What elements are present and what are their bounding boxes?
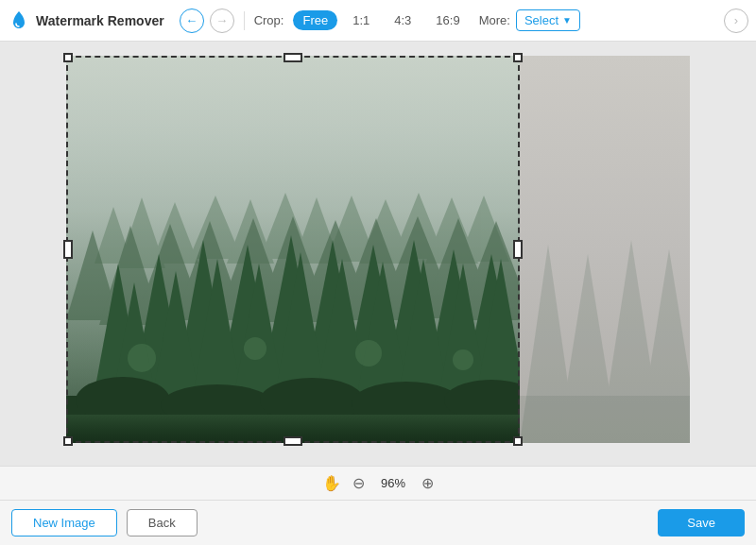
forward-arrow-icon: ›: [734, 13, 738, 27]
svg-rect-51: [66, 415, 520, 443]
app-title: Watermark Remover: [36, 13, 164, 28]
svg-point-54: [355, 340, 382, 366]
svg-point-53: [244, 337, 266, 360]
footer: New Image Back Save: [0, 500, 756, 545]
hand-tool-icon[interactable]: ✋: [322, 474, 341, 492]
zoom-out-icon[interactable]: ⊖: [352, 474, 365, 492]
zoom-level: 96%: [376, 476, 410, 490]
svg-point-55: [453, 349, 473, 370]
zoom-bar: ✋ ⊖ 96% ⊕: [0, 466, 756, 500]
redo-button[interactable]: →: [210, 9, 234, 33]
toolbar-divider: [244, 11, 245, 30]
app-logo: Watermark Remover: [8, 9, 164, 32]
navigate-forward-button[interactable]: ›: [724, 9, 748, 33]
select-label: Select: [524, 13, 558, 27]
toolbar: Watermark Remover ← → Crop: Free 1:1 4:3…: [0, 0, 756, 42]
more-label: More:: [479, 13, 510, 27]
crop-label: Crop:: [254, 13, 284, 27]
crop-free-button[interactable]: Free: [293, 10, 337, 30]
select-dropdown[interactable]: Select ▼: [516, 9, 580, 31]
save-button[interactable]: Save: [658, 509, 745, 536]
canvas-area: [0, 42, 756, 466]
undo-button[interactable]: ←: [180, 9, 204, 33]
dropdown-arrow-icon: ▼: [562, 15, 572, 26]
crop-1-1-button[interactable]: 1:1: [343, 10, 379, 30]
crop-16-9-button[interactable]: 16:9: [426, 10, 469, 30]
app-logo-icon: [8, 9, 30, 32]
forest-image: [66, 56, 520, 443]
svg-rect-61: [520, 396, 690, 443]
main-content: [0, 42, 756, 466]
new-image-button[interactable]: New Image: [11, 509, 117, 536]
svg-point-52: [128, 344, 156, 372]
zoom-in-icon[interactable]: ⊕: [421, 474, 434, 492]
image-container: [66, 56, 690, 462]
back-button[interactable]: Back: [127, 509, 198, 536]
right-panel: [520, 56, 690, 443]
crop-4-3-button[interactable]: 4:3: [385, 10, 421, 30]
right-panel-image: [520, 56, 690, 443]
